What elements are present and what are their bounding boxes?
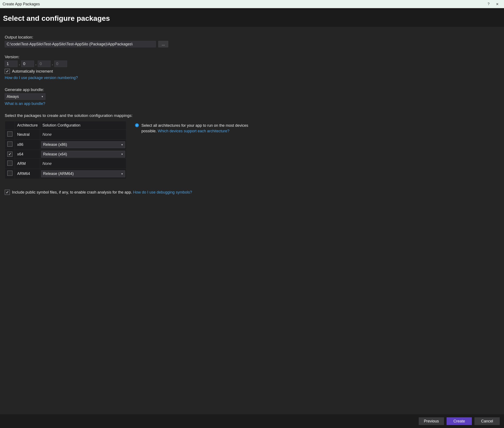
version-build-input (38, 61, 50, 67)
version-major-input[interactable] (5, 61, 17, 67)
package-arch-label: Neutral (15, 130, 40, 139)
version-dot: . (18, 62, 20, 66)
symbols-checkbox[interactable] (5, 190, 10, 195)
package-config-select-x86[interactable]: Release (x86)▼ (41, 141, 125, 148)
previous-button[interactable]: Previous (419, 417, 444, 425)
auto-increment-checkbox[interactable] (5, 69, 10, 74)
package-checkbox-x86[interactable] (7, 141, 12, 147)
package-checkbox-arm[interactable] (7, 161, 12, 166)
package-config-value: Release (ARM64) (43, 172, 74, 176)
help-icon[interactable]: ? (484, 2, 493, 6)
bundle-label: Generate app bundle: (5, 87, 499, 92)
package-config-select-arm64[interactable]: Release (ARM64)▼ (41, 170, 125, 177)
version-help-link[interactable]: How do I use package version numbering? (5, 76, 78, 80)
version-dot: . (51, 62, 53, 66)
close-icon[interactable]: ✕ (493, 2, 501, 6)
packages-header-checkbox (5, 121, 15, 129)
package-config-value: Release (x64) (43, 152, 67, 156)
chevron-down-icon: ▼ (121, 143, 123, 146)
table-row: x64Release (x64)▼ (5, 150, 126, 158)
titlebar: Create App Packages ? ✕ (0, 0, 504, 8)
version-dot: . (35, 62, 37, 66)
packages-table: Architecture Solution Configuration Neut… (5, 121, 126, 179)
package-config-none: None (40, 130, 126, 139)
version-minor-input[interactable] (21, 61, 34, 67)
package-arch-label: x86 (15, 140, 40, 149)
table-row: x86Release (x86)▼ (5, 140, 126, 149)
package-arch-label: x64 (15, 150, 40, 158)
package-config-select-x64[interactable]: Release (x64)▼ (41, 151, 125, 157)
output-location-input[interactable] (5, 41, 156, 47)
info-icon: i (135, 123, 139, 127)
content: Output location: ... Version: . . . Auto… (0, 27, 504, 414)
symbols-link[interactable]: How do I use debugging symbols? (133, 190, 192, 194)
chevron-down-icon: ▼ (41, 95, 43, 98)
page-title: Select and configure packages (3, 14, 500, 23)
footer: Previous Create Cancel (0, 414, 504, 428)
packages-header-configuration: Solution Configuration (40, 121, 126, 129)
version-revision-input (54, 61, 67, 67)
window-title: Create App Packages (3, 2, 484, 6)
table-row: ARMNone (5, 159, 126, 168)
packages-info: i Select all architectures for your app … (135, 121, 255, 134)
package-config-none: None (40, 159, 126, 168)
package-checkbox-neutral[interactable] (7, 132, 12, 137)
packages-label: Select the packages to create and the so… (5, 113, 499, 118)
packages-header-architecture: Architecture (15, 121, 40, 129)
package-checkbox-x64[interactable] (7, 152, 12, 157)
bundle-help-link[interactable]: What is an app bundle? (5, 101, 45, 106)
chevron-down-icon: ▼ (121, 173, 123, 175)
table-row: ARM64Release (ARM64)▼ (5, 169, 126, 179)
package-arch-label: ARM (15, 159, 40, 168)
bundle-select[interactable]: Always ▼ (5, 93, 45, 100)
browse-button[interactable]: ... (158, 41, 168, 47)
output-location-label: Output location: (5, 35, 499, 40)
packages-info-link[interactable]: Which devices support each architecture? (158, 129, 229, 133)
package-config-value: Release (x86) (43, 142, 67, 147)
version-label: Version: (5, 55, 499, 59)
table-row: NeutralNone (5, 130, 126, 139)
symbols-label: Include public symbol files, if any, to … (12, 190, 133, 194)
header: Select and configure packages (0, 8, 504, 27)
chevron-down-icon: ▼ (121, 153, 123, 156)
cancel-button[interactable]: Cancel (474, 417, 500, 425)
bundle-select-value: Always (7, 94, 19, 99)
create-button[interactable]: Create (446, 417, 472, 425)
auto-increment-label: Automatically increment (12, 69, 53, 74)
package-checkbox-arm64[interactable] (7, 171, 12, 176)
package-arch-label: ARM64 (15, 169, 40, 179)
